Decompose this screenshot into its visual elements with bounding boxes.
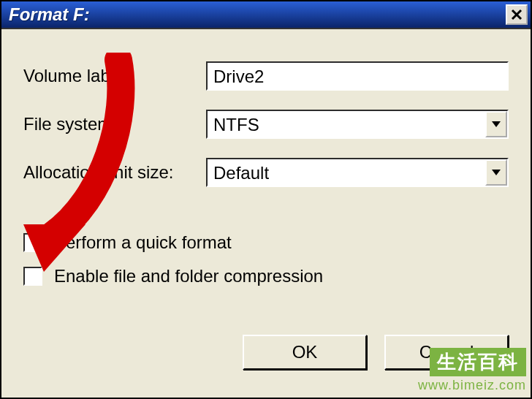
compression-label: Enable file and folder compression xyxy=(54,266,323,286)
file-system-label: File system: xyxy=(23,114,206,134)
allocation-value: Default xyxy=(208,159,485,186)
ok-button[interactable]: OK xyxy=(243,335,367,370)
compression-row: Enable file and folder compression xyxy=(23,266,509,286)
file-system-value: NTFS xyxy=(208,111,485,137)
allocation-select[interactable]: Default xyxy=(206,158,509,187)
window-title: Format F: xyxy=(9,4,90,25)
format-dialog: Format F: Volume label: Drive2 File syst… xyxy=(0,0,532,399)
compression-checkbox[interactable] xyxy=(23,267,42,286)
dialog-buttons: OK Cancel xyxy=(243,335,509,370)
file-system-row: File system: NTFS xyxy=(23,110,509,139)
allocation-label: Allocation unit size: xyxy=(23,162,206,183)
client-area: Volume label: Drive2 File system: NTFS A… xyxy=(1,29,531,398)
quick-format-checkbox[interactable] xyxy=(23,233,42,252)
quick-format-row: Perform a quick format xyxy=(23,232,509,253)
volume-label-label: Volume label: xyxy=(23,66,206,86)
allocation-row: Allocation unit size: Default xyxy=(23,158,509,187)
titlebar: Format F: xyxy=(1,1,531,29)
close-button[interactable] xyxy=(506,4,528,25)
file-system-select[interactable]: NTFS xyxy=(206,110,509,139)
cancel-button[interactable]: Cancel xyxy=(384,335,509,370)
chevron-down-icon xyxy=(492,121,501,127)
svg-marker-3 xyxy=(492,170,501,175)
allocation-dropdown-button[interactable] xyxy=(485,159,507,186)
chevron-down-icon xyxy=(492,170,501,175)
volume-label-row: Volume label: Drive2 xyxy=(23,61,509,91)
volume-label-input[interactable]: Drive2 xyxy=(206,61,509,91)
close-icon xyxy=(510,8,523,21)
quick-format-label: Perform a quick format xyxy=(54,232,232,253)
svg-marker-2 xyxy=(492,121,501,127)
file-system-dropdown-button[interactable] xyxy=(485,111,507,137)
